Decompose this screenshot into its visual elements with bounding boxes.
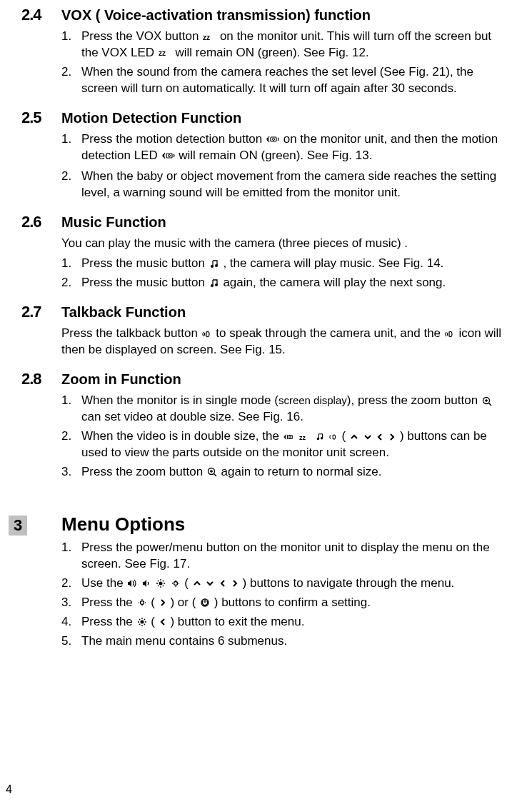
music-note-icon — [316, 433, 324, 441]
list-text: Press the music button again, the camera… — [81, 275, 511, 291]
list-number: 4. — [61, 614, 81, 630]
text-fragment: , the camera will play music. See Fig. 1… — [223, 256, 443, 270]
zoom-in-icon — [207, 467, 217, 477]
list-item: 1. Press the power/menu button on the mo… — [61, 540, 511, 573]
text-fragment: Press the VOX button — [81, 29, 202, 43]
section-number: 2.4 — [21, 6, 61, 24]
text-fragment: can set video at double size. See Fig. 1… — [81, 410, 303, 423]
zz-icon: zz — [203, 33, 216, 41]
list-number: 3. — [61, 595, 81, 611]
talkback-icon — [329, 433, 338, 441]
list-text: When the monitor is in single mode (scre… — [81, 393, 511, 426]
section-2-6: 2.6 Music Function You can play the musi… — [21, 213, 511, 292]
text-fragment: When the monitor is in single mode ( — [81, 393, 278, 407]
text-fragment: Press the talkback button — [61, 326, 201, 340]
list-item: 2. Use the ( ) buttons to navigate throu… — [61, 576, 511, 592]
list-text: The main menu contains 6 submenus. — [81, 633, 511, 650]
section-header: 2.5 Motion Detection Function — [21, 109, 511, 127]
chevron-left-icon — [376, 433, 383, 441]
text-fragment: When the video is in double size, the — [81, 429, 283, 443]
list-item: 1. Press the music button , the camera w… — [61, 256, 511, 272]
svg-point-26 — [174, 582, 177, 586]
speaker-low-icon — [142, 579, 151, 588]
section-body: You can play the music with the camera (… — [61, 236, 511, 292]
svg-line-44 — [139, 624, 140, 625]
list-text: Press the motion detection button on the… — [81, 131, 511, 164]
svg-point-3 — [273, 139, 275, 141]
text-fragment: Press the zoom button — [81, 465, 206, 478]
list-item: 2. When the baby or object movement from… — [61, 169, 511, 201]
list-text: Press the ( ) or ( ) buttons to confirm … — [81, 595, 511, 611]
section-header: 2.7 Talkback Function — [21, 303, 511, 321]
zz-icon: zz — [299, 433, 311, 441]
text-fragment: ) button to exit the menu. — [170, 615, 304, 628]
list-text: Press the zoom button again to return to… — [81, 464, 511, 481]
text-fragment: Press the — [81, 615, 136, 628]
section-number-box: 3 — [9, 516, 27, 536]
section-number: 2.6 — [21, 213, 61, 231]
list-number: 1. — [61, 540, 81, 573]
list-item: 3. Press the zoom button again to return… — [61, 464, 511, 481]
svg-line-45 — [144, 619, 144, 620]
chevron-right-icon — [231, 579, 239, 588]
svg-point-14 — [317, 437, 319, 439]
svg-rect-2 — [271, 137, 276, 141]
section-title: VOX ( Voice-activation transmission) fun… — [61, 7, 371, 24]
list-item: 1. When the monitor is in single mode (s… — [61, 393, 511, 426]
section-title: Motion Detection Function — [61, 110, 241, 126]
text-fragment: will remain ON (green). See Fig. 12. — [176, 46, 369, 59]
text-fragment: Press the music button — [81, 256, 209, 270]
section-body: 1. Press the VOX button zz on the monito… — [61, 29, 511, 97]
list-item: 3. Press the ( ) or ( ) buttons to confi… — [61, 595, 511, 611]
svg-text:zz: zz — [299, 433, 306, 441]
text-fragment: Press the — [81, 596, 136, 609]
section-title: Music Function — [61, 214, 166, 231]
section-title: Zoom in Function — [61, 371, 181, 388]
list-item: 5. The main menu contains 6 submenus. — [61, 633, 511, 650]
text-fragment: ( — [342, 429, 349, 443]
brightness-low-icon — [171, 578, 181, 588]
section-2-8: 2.8 Zoom in Function 1. When the monitor… — [21, 370, 511, 481]
text-fragment: ( — [184, 576, 191, 590]
svg-line-22 — [158, 581, 159, 581]
svg-point-9 — [215, 283, 218, 286]
section-2-7: 2.7 Talkback Function Press the talkback… — [21, 303, 511, 358]
svg-line-42 — [139, 619, 140, 620]
section-title: Talkback Function — [61, 304, 186, 321]
list-text: Press the VOX button zz on the monitor u… — [81, 29, 511, 61]
svg-line-24 — [158, 586, 159, 586]
text-fragment: again, the camera will play the next son… — [223, 276, 446, 289]
list-text: Press the music button , the camera will… — [81, 256, 511, 272]
chevron-left-icon — [159, 618, 166, 626]
list-number: 1. — [61, 29, 81, 61]
power-icon — [200, 598, 210, 608]
svg-line-23 — [163, 586, 164, 586]
zz-icon: zz — [159, 49, 171, 57]
list-item: 1. Press the motion detection button on … — [61, 131, 511, 164]
chevron-right-icon — [388, 433, 396, 441]
section-number: 2.8 — [21, 370, 61, 388]
list-text: When the sound from the camera reaches t… — [81, 64, 511, 97]
music-note-icon — [209, 278, 219, 288]
list-text: Press the ( ) button to exit the menu. — [81, 614, 511, 630]
chevron-right-icon — [159, 598, 166, 607]
text-fragment: Press the motion detection button — [81, 132, 266, 146]
intro-text: You can play the music with the camera (… — [61, 236, 511, 252]
brightness-low-icon — [137, 598, 147, 608]
list-number: 5. — [61, 633, 81, 650]
svg-rect-4 — [166, 154, 172, 158]
music-note-icon — [209, 259, 219, 269]
list-number: 2. — [61, 428, 81, 461]
text-fragment: Press the music button — [81, 276, 209, 289]
brightness-high-icon — [137, 617, 147, 627]
svg-line-25 — [163, 581, 164, 581]
text-fragment: to speak through the camera unit, and th… — [216, 326, 443, 340]
section-body: 1. Press the power/menu button on the mo… — [61, 540, 511, 650]
section-body: Press the talkback button to speak throu… — [61, 326, 511, 358]
list-number: 1. — [61, 131, 81, 164]
section-header: 3 Menu Options — [21, 513, 511, 536]
svg-point-6 — [211, 265, 214, 268]
text-fragment: ) buttons to navigate through the menu. — [243, 576, 455, 590]
text-fragment: again to return to normal size. — [221, 465, 382, 478]
text-fragment: ) buttons to confirm a setting. — [214, 596, 371, 609]
